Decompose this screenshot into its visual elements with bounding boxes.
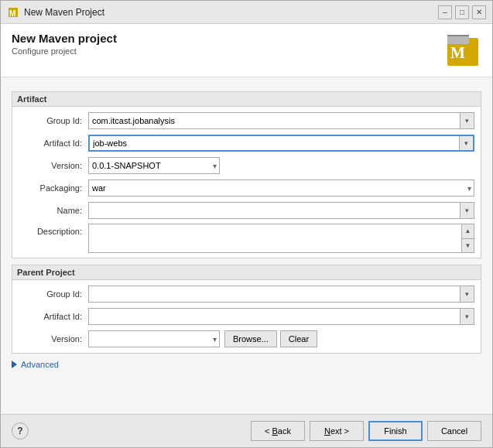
group-id-input[interactable] [89, 113, 460, 128]
parent-version-select[interactable] [88, 330, 220, 347]
name-label: Name: [19, 206, 88, 215]
artifact-id-dropdown-btn[interactable]: ▾ [459, 136, 473, 150]
main-window: M New Maven Project – □ ✕ New Maven proj… [0, 0, 493, 448]
name-row: Name: ▾ [19, 201, 474, 220]
parent-group-id-row: Group Id: ▾ [19, 285, 474, 303]
parent-project-section-header: Parent Project [12, 265, 481, 279]
parent-group-id-dropdown-btn[interactable]: ▾ [460, 286, 474, 302]
footer-left: ? [12, 422, 29, 439]
svg-rect-4 [447, 35, 469, 36]
version-select[interactable]: 0.0.1-SNAPSHOT [88, 157, 220, 174]
parent-artifact-id-wrapper: ▾ [88, 308, 474, 325]
group-id-row: Group Id: ▾ [19, 111, 474, 130]
svg-text:M: M [450, 44, 465, 61]
version-row: Version: 0.0.1-SNAPSHOT ▾ [19, 156, 474, 175]
packaging-row: Packaging: war jar pom ear ▾ [19, 179, 474, 197]
description-row: Description: ▲ ▼ [19, 224, 474, 253]
maven-logo-icon: M [444, 32, 481, 69]
parent-artifact-id-label: Artifact Id: [19, 312, 88, 321]
group-id-dropdown-btn[interactable]: ▾ [460, 113, 474, 128]
browse-button[interactable]: Browse... [224, 330, 277, 347]
parent-group-id-input[interactable] [89, 286, 460, 302]
advanced-toggle-icon [12, 361, 17, 368]
parent-version-label: Version: [19, 334, 88, 344]
maximize-button[interactable]: □ [455, 5, 469, 19]
title-bar: M New Maven Project – □ ✕ [1, 1, 492, 24]
description-field-wrapper: ▲ ▼ [88, 224, 474, 253]
parent-project-section-body: Group Id: ▾ Artifact Id: ▾ Version: [12, 279, 481, 354]
parent-version-select-wrapper: ▾ [88, 330, 220, 347]
help-button[interactable]: ? [12, 422, 29, 439]
footer: ? < Back Next > Finish Cancel [1, 414, 492, 447]
version-label: Version: [19, 161, 88, 170]
finish-button[interactable]: Finish [368, 421, 423, 441]
page-title: New Maven project [12, 32, 117, 45]
artifact-id-label: Artifact Id: [19, 139, 88, 148]
advanced-section[interactable]: Advanced [12, 360, 481, 369]
artifact-section-body: Group Id: ▾ Artifact Id: ▾ Version: [12, 106, 481, 258]
packaging-select[interactable]: war jar pom ear [88, 180, 474, 197]
packaging-select-wrapper: war jar pom ear ▾ [88, 180, 474, 197]
close-button[interactable]: ✕ [472, 5, 486, 19]
name-field-wrapper: ▾ [88, 202, 474, 219]
header-area: New Maven project Configure project M [1, 24, 492, 77]
parent-artifact-id-dropdown-btn[interactable]: ▾ [460, 309, 474, 324]
parent-artifact-id-row: Artifact Id: ▾ [19, 307, 474, 326]
parent-group-id-wrapper: ▾ [88, 286, 474, 303]
content-area: Artifact Group Id: ▾ Artifact Id: ▾ [1, 77, 492, 414]
name-input[interactable] [89, 203, 460, 218]
scroll-down-btn[interactable]: ▼ [462, 239, 474, 253]
name-dropdown-btn[interactable]: ▾ [460, 203, 474, 218]
footer-buttons: < Back Next > Finish Cancel [251, 421, 481, 441]
parent-artifact-id-input[interactable] [89, 309, 460, 324]
artifact-section-header: Artifact [12, 91, 481, 106]
group-id-field-wrapper: ▾ [88, 112, 474, 129]
window-icon: M [7, 6, 19, 19]
minimize-button[interactable]: – [438, 5, 452, 19]
window-title: New Maven Project [24, 7, 104, 18]
cancel-button[interactable]: Cancel [427, 421, 481, 441]
packaging-label: Packaging: [19, 183, 88, 193]
header-text: New Maven project Configure project [12, 32, 117, 56]
next-button[interactable]: Next > [310, 421, 364, 441]
description-scrollbar: ▲ ▼ [461, 224, 474, 252]
title-bar-left: M New Maven Project [7, 6, 104, 19]
title-bar-controls: – □ ✕ [438, 5, 486, 19]
advanced-label: Advanced [21, 360, 59, 369]
parent-version-row: Version: ▾ Browse... Clear [19, 330, 474, 348]
artifact-id-row: Artifact Id: ▾ [19, 134, 474, 152]
clear-button[interactable]: Clear [280, 330, 317, 347]
page-subtitle: Configure project [12, 46, 117, 56]
parent-group-id-label: Group Id: [19, 289, 88, 299]
description-input[interactable] [89, 224, 461, 252]
description-label: Description: [19, 224, 88, 236]
artifact-id-field-wrapper: ▾ [88, 135, 474, 152]
svg-text:M: M [9, 9, 15, 18]
back-button[interactable]: < Back [251, 421, 305, 441]
scroll-up-btn[interactable]: ▲ [462, 224, 474, 239]
version-select-wrapper: 0.0.1-SNAPSHOT ▾ [88, 157, 220, 174]
group-id-label: Group Id: [19, 116, 88, 125]
artifact-id-input[interactable] [90, 136, 459, 150]
